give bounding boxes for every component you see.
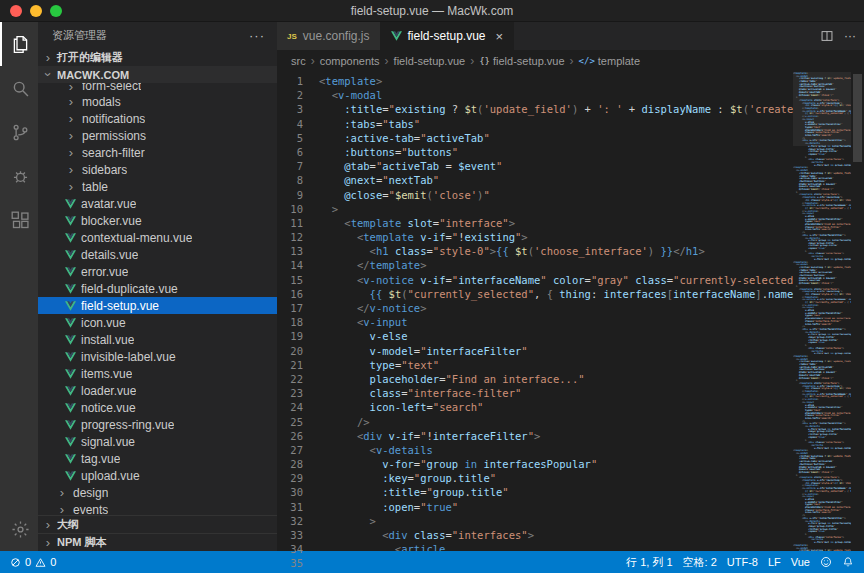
extensions-icon[interactable] bbox=[0, 198, 38, 242]
tree-item-blocker.vue[interactable]: blocker.vue bbox=[38, 212, 277, 229]
vue-file-icon bbox=[64, 318, 77, 328]
chevron-right-icon: › bbox=[41, 518, 55, 531]
tree-item-sidebars[interactable]: ›sidebars bbox=[38, 161, 277, 178]
minimap-content: <template> <v-modal :title="existing ? $… bbox=[793, 72, 851, 551]
breadcrumb-item[interactable]: field-setup.vue bbox=[394, 55, 466, 67]
debug-icon[interactable] bbox=[0, 154, 38, 198]
tree-item-label: avatar.vue bbox=[81, 197, 136, 211]
split-editor-icon[interactable] bbox=[820, 29, 834, 43]
tree-item-contextual-menu.vue[interactable]: contextual-menu.vue bbox=[38, 229, 277, 246]
tree-item-events[interactable]: ›events bbox=[38, 501, 277, 515]
problems-indicator[interactable]: 0 0 bbox=[10, 556, 56, 568]
notifications-bell-icon[interactable] bbox=[842, 556, 854, 568]
explorer-icon[interactable] bbox=[0, 22, 38, 66]
indentation[interactable]: 空格: 2 bbox=[683, 555, 717, 570]
line-numbers: 1234567891011121314151617181920212223242… bbox=[277, 72, 315, 551]
tree-item-label: form-select bbox=[82, 83, 141, 93]
tree-item-tag.vue[interactable]: tag.vue bbox=[38, 450, 277, 467]
symbol-namespace-icon: {} bbox=[479, 56, 490, 66]
breadcrumb-item[interactable]: components bbox=[320, 55, 380, 67]
vue-file-icon bbox=[64, 199, 77, 209]
tree-item-items.vue[interactable]: items.vue bbox=[38, 365, 277, 382]
views-more-actions-icon[interactable]: ··· bbox=[249, 28, 265, 43]
tree-item-progress-ring.vue[interactable]: progress-ring.vue bbox=[38, 416, 277, 433]
tree-item-notifications[interactable]: ›notifications bbox=[38, 110, 277, 127]
editor-scrollbar[interactable] bbox=[851, 72, 864, 551]
tree-item-label: error.vue bbox=[81, 265, 128, 279]
error-icon bbox=[10, 557, 21, 568]
feedback-smiley-icon[interactable] bbox=[820, 556, 832, 568]
tree-item-permissions[interactable]: ›permissions bbox=[38, 127, 277, 144]
breadcrumb-item[interactable]: </>template bbox=[579, 55, 640, 67]
tree-item-table[interactable]: ›table bbox=[38, 178, 277, 195]
breadcrumb-item[interactable]: {}field-setup.vue bbox=[479, 55, 564, 67]
tree-item-field-setup.vue[interactable]: field-setup.vue bbox=[38, 297, 277, 314]
chevron-right-icon: › bbox=[55, 503, 69, 515]
chevron-down-icon: › bbox=[42, 68, 55, 82]
tree-item-label: signal.vue bbox=[81, 435, 135, 449]
breadcrumb-separator-icon: › bbox=[385, 54, 389, 68]
tree-item-label: events bbox=[73, 503, 108, 516]
encoding[interactable]: UTF-8 bbox=[727, 556, 758, 568]
tree-item-details.vue[interactable]: details.vue bbox=[38, 246, 277, 263]
breadcrumb-item[interactable]: src bbox=[291, 55, 306, 67]
tab-label: vue.config.js bbox=[303, 29, 370, 43]
tree-item-field-duplicate.vue[interactable]: field-duplicate.vue bbox=[38, 280, 277, 297]
scrollbar-thumb[interactable] bbox=[853, 74, 862, 162]
open-editors-section[interactable]: › 打开的编辑器 bbox=[38, 48, 277, 66]
eol-selector[interactable]: LF bbox=[768, 556, 781, 568]
close-tab-icon[interactable]: × bbox=[496, 29, 504, 44]
tab-vue-config-js[interactable]: JS vue.config.js bbox=[277, 22, 381, 50]
tree-item-avatar.vue[interactable]: avatar.vue bbox=[38, 195, 277, 212]
vue-file-icon bbox=[64, 233, 77, 243]
tree-item-form-select[interactable]: ›form-select bbox=[38, 83, 277, 93]
manage-gear-icon[interactable] bbox=[0, 507, 38, 551]
language-mode[interactable]: Vue bbox=[791, 556, 810, 568]
window-title: field-setup.vue — MacWk.com bbox=[0, 4, 864, 18]
vue-file-icon bbox=[64, 250, 77, 260]
vue-file-icon bbox=[391, 31, 402, 41]
chevron-right-icon: › bbox=[41, 536, 55, 549]
tree-item-label: icon.vue bbox=[81, 316, 126, 330]
tree-item-label: items.vue bbox=[81, 367, 132, 381]
tree-item-install.vue[interactable]: install.vue bbox=[38, 331, 277, 348]
tree-item-label: modals bbox=[82, 95, 121, 109]
npm-scripts-section[interactable]: › NPM 脚本 bbox=[38, 533, 277, 551]
tree-item-modals[interactable]: ›modals bbox=[38, 93, 277, 110]
close-window-button[interactable] bbox=[10, 5, 22, 17]
minimize-window-button[interactable] bbox=[30, 5, 42, 17]
open-editors-label: 打开的编辑器 bbox=[57, 50, 123, 65]
outline-section[interactable]: › 大纲 bbox=[38, 515, 277, 533]
tree-item-label: field-duplicate.vue bbox=[81, 282, 178, 296]
code-area: 1234567891011121314151617181920212223242… bbox=[277, 72, 864, 551]
tree-item-loader.vue[interactable]: loader.vue bbox=[38, 382, 277, 399]
tree-item-design[interactable]: ›design bbox=[38, 484, 277, 501]
sidebar-explorer: 资源管理器 ··· › 打开的编辑器 › MACWK.COM ›form-sel… bbox=[38, 22, 277, 551]
code-content[interactable]: <template> <v-modal :title="existing ? $… bbox=[315, 72, 793, 551]
tree-item-notice.vue[interactable]: notice.vue bbox=[38, 399, 277, 416]
vscode-window: field-setup.vue — MacWk.com bbox=[0, 0, 864, 573]
minimap[interactable]: <template> <v-modal :title="existing ? $… bbox=[793, 72, 851, 551]
search-icon[interactable] bbox=[0, 66, 38, 110]
tree-item-label: details.vue bbox=[81, 248, 138, 262]
tree-item-icon.vue[interactable]: icon.vue bbox=[38, 314, 277, 331]
tree-item-upload.vue[interactable]: upload.vue bbox=[38, 467, 277, 484]
tree-item-label: tag.vue bbox=[81, 452, 120, 466]
vue-file-icon bbox=[64, 352, 77, 362]
tree-item-invisible-label.vue[interactable]: invisible-label.vue bbox=[38, 348, 277, 365]
tree-item-label: search-filter bbox=[82, 146, 145, 160]
tree-item-error.vue[interactable]: error.vue bbox=[38, 263, 277, 280]
tree-item-search-filter[interactable]: ›search-filter bbox=[38, 144, 277, 161]
tab-field-setup-vue[interactable]: field-setup.vue × bbox=[381, 22, 515, 50]
zoom-window-button[interactable] bbox=[50, 5, 62, 17]
file-tree: ›form-select›modals›notifications›permis… bbox=[38, 83, 277, 515]
workspace-section[interactable]: › MACWK.COM bbox=[38, 66, 277, 83]
tree-item-signal.vue[interactable]: signal.vue bbox=[38, 433, 277, 450]
cursor-position[interactable]: 行 1, 列 1 bbox=[626, 555, 672, 570]
tab-bar: JS vue.config.js field-setup.vue × ··· bbox=[277, 22, 864, 50]
source-control-icon[interactable] bbox=[0, 110, 38, 154]
activity-bar bbox=[0, 22, 38, 551]
more-actions-icon[interactable]: ··· bbox=[844, 29, 856, 43]
javascript-file-icon: JS bbox=[287, 32, 297, 41]
tree-item-label: upload.vue bbox=[81, 469, 140, 483]
